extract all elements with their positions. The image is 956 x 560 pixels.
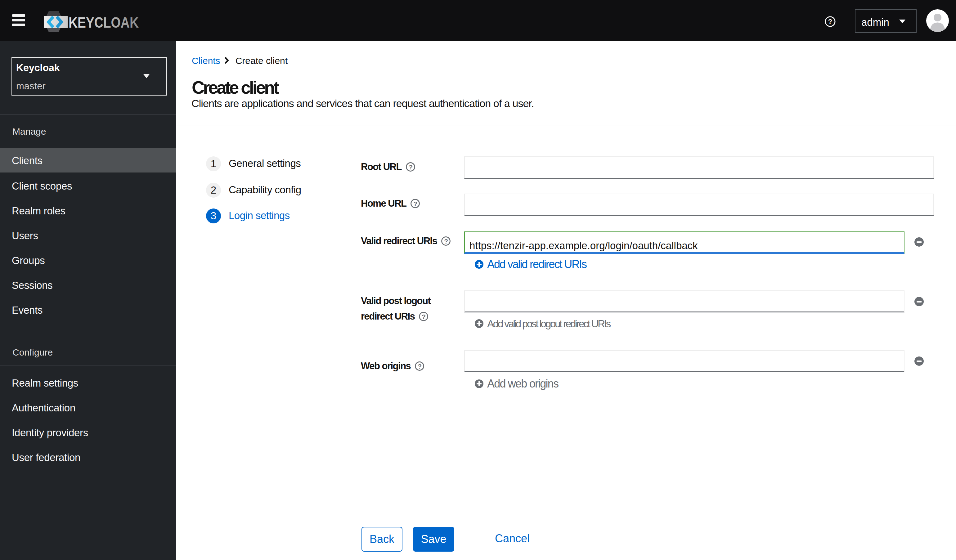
svg-text:?: ? bbox=[828, 18, 832, 25]
svg-text:?: ? bbox=[418, 363, 422, 370]
svg-text:?: ? bbox=[444, 238, 448, 245]
svg-text:?: ? bbox=[409, 164, 412, 171]
svg-text:KEYCLOAK: KEYCLOAK bbox=[69, 14, 139, 31]
svg-text:?: ? bbox=[414, 200, 417, 207]
svg-text:?: ? bbox=[422, 313, 426, 320]
